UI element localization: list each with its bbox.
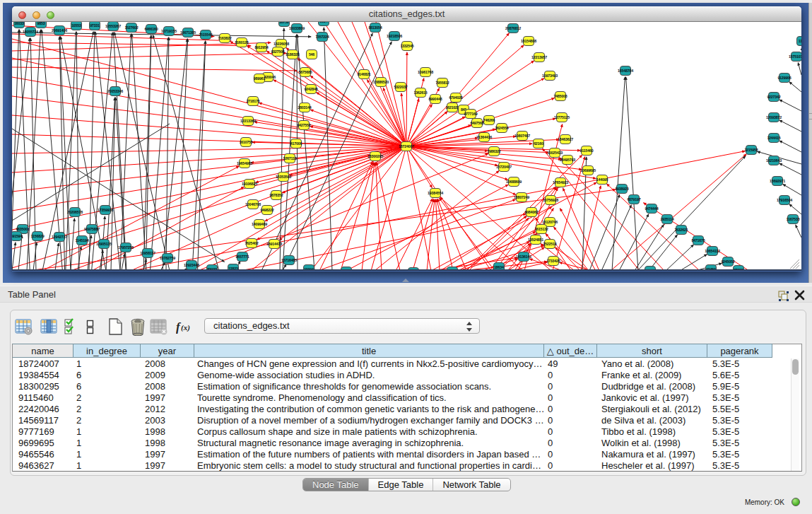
svg-text:17916504: 17916504 (777, 198, 792, 202)
svg-text:20691406: 20691406 (52, 28, 67, 33)
svg-text:87653: 87653 (734, 268, 743, 271)
svg-text:6879197: 6879197 (627, 197, 640, 201)
svg-text:15751074: 15751074 (789, 54, 801, 59)
svg-text:10025433: 10025433 (547, 151, 563, 155)
svg-text:15716485: 15716485 (281, 258, 297, 262)
svg-text:15692971: 15692971 (770, 179, 785, 183)
svg-text:16210643: 16210643 (766, 158, 782, 163)
svg-text:90975887: 90975887 (84, 227, 100, 231)
svg-text:1244415: 1244415 (767, 136, 780, 140)
svg-text:15353593: 15353593 (276, 175, 291, 179)
svg-text:18724007: 18724007 (399, 144, 414, 148)
svg-text:16548784: 16548784 (618, 69, 633, 73)
svg-text:92450: 92450 (706, 267, 716, 271)
svg-text:12213957: 12213957 (531, 55, 547, 59)
svg-text:16033809: 16033809 (289, 26, 305, 30)
svg-text:18100: 18100 (408, 270, 418, 271)
svg-text:9245052: 9245052 (721, 259, 734, 264)
svg-text:2935114: 2935114 (661, 217, 674, 221)
svg-text:7625402: 7625402 (245, 241, 258, 245)
svg-text:12213369: 12213369 (240, 119, 256, 123)
svg-text:1117: 1117 (799, 39, 801, 43)
svg-text:12093872: 12093872 (766, 115, 782, 119)
svg-text:3215958: 3215958 (744, 148, 758, 152)
svg-text:7955812: 7955812 (435, 81, 449, 85)
svg-text:6497568: 6497568 (470, 121, 483, 125)
svg-text:9084067: 9084067 (524, 210, 538, 214)
svg-text:10094: 10094 (304, 267, 314, 271)
svg-text:1362615: 1362615 (413, 90, 427, 95)
svg-text:2718176: 2718176 (246, 99, 259, 103)
svg-text:17359938: 17359938 (98, 208, 113, 212)
svg-text:5875685: 5875685 (298, 70, 312, 74)
svg-text:6794028: 6794028 (449, 95, 462, 100)
svg-text:10782759: 10782759 (160, 256, 175, 260)
svg-text:17654923: 17654923 (553, 180, 568, 185)
svg-text:10756928: 10756928 (543, 198, 558, 202)
svg-text:19654985: 19654985 (237, 161, 252, 165)
svg-text:16914473: 16914473 (266, 242, 282, 246)
svg-text:14136141: 14136141 (516, 255, 531, 259)
svg-text:16154808: 16154808 (521, 39, 536, 43)
svg-text:(x): (x) (181, 323, 190, 332)
svg-text:1733426: 1733426 (546, 259, 560, 263)
svg-text:8160128: 8160128 (235, 40, 248, 45)
svg-text:7986322: 7986322 (487, 149, 500, 153)
svg-text:989961: 989961 (254, 76, 266, 81)
svg-text:417006: 417006 (290, 141, 302, 146)
svg-text:9227342: 9227342 (767, 95, 780, 99)
svg-text:12775125: 12775125 (554, 115, 570, 119)
svg-text:12942737: 12942737 (52, 235, 67, 239)
svg-text:8813054: 8813054 (368, 25, 382, 30)
svg-text:16752: 16752 (279, 22, 289, 24)
svg-text:1167533: 1167533 (787, 217, 800, 221)
svg-text:8990448: 8990448 (428, 97, 442, 101)
svg-text:144095: 144095 (596, 177, 608, 182)
svg-text:9115460: 9115460 (580, 148, 594, 153)
svg-text:746266: 746266 (483, 118, 495, 122)
svg-text:9878352: 9878352 (269, 193, 283, 197)
svg-text:7163822: 7163822 (218, 36, 231, 40)
svg-text:28495793: 28495793 (560, 158, 575, 162)
svg-text:10688609: 10688609 (506, 180, 522, 184)
svg-text:2803144: 2803144 (298, 105, 311, 110)
svg-text:1610755: 1610755 (239, 140, 252, 144)
svg-text:14055724: 14055724 (23, 30, 38, 34)
svg-text:18634: 18634 (494, 265, 504, 269)
svg-text:1621022: 1621022 (445, 105, 459, 110)
svg-text:6466160: 6466160 (144, 27, 158, 31)
svg-text:9853: 9853 (37, 22, 45, 25)
svg-text:19106825: 19106825 (242, 182, 257, 186)
svg-text:3624554: 3624554 (495, 126, 508, 130)
svg-text:5322037: 5322037 (394, 85, 407, 89)
svg-text:1145194: 1145194 (76, 238, 89, 243)
svg-text:10958117: 10958117 (140, 251, 155, 255)
svg-text:14099489: 14099489 (252, 222, 267, 226)
svg-text:10654112: 10654112 (705, 249, 720, 253)
svg-text:10046708: 10046708 (245, 202, 261, 206)
svg-text:9146821: 9146821 (357, 72, 370, 76)
svg-text:1527602: 1527602 (124, 25, 138, 30)
svg-text:9242848: 9242848 (304, 87, 317, 91)
svg-text:7357224: 7357224 (315, 35, 329, 39)
svg-text:9934: 9934 (320, 22, 328, 23)
svg-text:12923446: 12923446 (184, 263, 199, 267)
svg-text:8912954: 8912954 (254, 45, 268, 49)
svg-text:19384554: 19384554 (428, 191, 443, 195)
svg-text:2522514: 2522514 (543, 242, 556, 246)
svg-text:16671385: 16671385 (180, 30, 196, 35)
svg-text:10553: 10553 (71, 23, 81, 28)
svg-text:20206578: 20206578 (67, 210, 83, 214)
svg-text:9129906: 9129906 (777, 76, 791, 80)
svg-text:97331: 97331 (90, 23, 100, 28)
svg-text:7485003: 7485003 (553, 94, 567, 98)
svg-text:9657771: 9657771 (235, 255, 249, 259)
svg-text:15886520: 15886520 (373, 80, 389, 84)
svg-text:16120746: 16120746 (542, 220, 558, 224)
svg-text:21364436: 21364436 (476, 135, 492, 139)
svg-text:13226058: 13226058 (273, 42, 289, 46)
svg-text:19218506: 19218506 (387, 34, 402, 38)
svg-text:18463627: 18463627 (558, 137, 573, 141)
svg-text:9327506: 9327506 (271, 49, 284, 54)
svg-text:1615132: 1615132 (534, 227, 548, 231)
